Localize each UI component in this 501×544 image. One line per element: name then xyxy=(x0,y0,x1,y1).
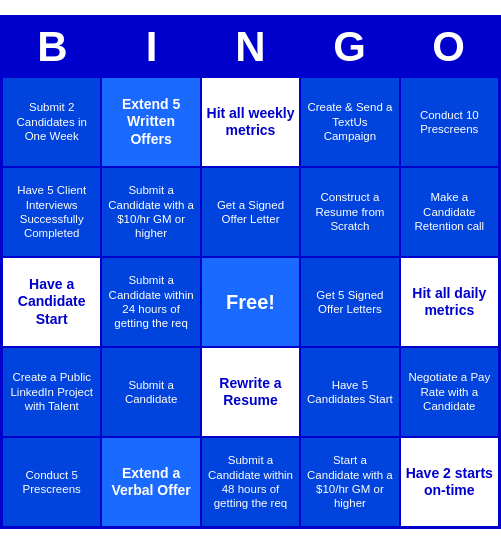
cell-text-19: Negotiate a Pay Rate with a Candidate xyxy=(405,370,494,413)
bingo-cell-2[interactable]: Hit all weekly metrics xyxy=(202,78,299,166)
cell-text-15: Create a Public LinkedIn Project with Ta… xyxy=(7,370,96,413)
bingo-cell-10[interactable]: Have a Candidate Start xyxy=(3,258,100,346)
cell-text-13: Get 5 Signed Offer Letters xyxy=(305,288,394,317)
cell-text-12: Free! xyxy=(226,290,275,315)
bingo-header: BINGO xyxy=(3,18,498,76)
bingo-cell-11[interactable]: Submit a Candidate within 24 hours of ge… xyxy=(102,258,199,346)
cell-text-23: Start a Candidate with a $10/hr GM or hi… xyxy=(305,453,394,511)
cell-text-7: Get a Signed Offer Letter xyxy=(206,198,295,227)
cell-text-21: Extend a Verbal Offer xyxy=(106,465,195,500)
cell-text-22: Submit a Candidate within 48 hours of ge… xyxy=(206,453,295,511)
bingo-cell-3[interactable]: Create & Send a TextUs Campaign xyxy=(301,78,398,166)
bingo-cell-4[interactable]: Conduct 10 Prescreens xyxy=(401,78,498,166)
header-letter-b: B xyxy=(3,18,102,76)
cell-text-11: Submit a Candidate within 24 hours of ge… xyxy=(106,273,195,331)
cell-text-2: Hit all weekly metrics xyxy=(206,105,295,140)
cell-text-0: Submit 2 Candidates in One Week xyxy=(7,100,96,143)
bingo-cell-14[interactable]: Hit all daily metrics xyxy=(401,258,498,346)
header-letter-i: I xyxy=(102,18,201,76)
bingo-cell-7[interactable]: Get a Signed Offer Letter xyxy=(202,168,299,256)
bingo-cell-13[interactable]: Get 5 Signed Offer Letters xyxy=(301,258,398,346)
cell-text-18: Have 5 Candidates Start xyxy=(305,378,394,407)
bingo-cell-6[interactable]: Submit a Candidate with a $10/hr GM or h… xyxy=(102,168,199,256)
cell-text-24: Have 2 starts on-time xyxy=(405,465,494,500)
bingo-cell-1[interactable]: Extend 5 Written Offers xyxy=(102,78,199,166)
bingo-grid: Submit 2 Candidates in One WeekExtend 5 … xyxy=(3,76,498,526)
cell-text-9: Make a Candidate Retention call xyxy=(405,190,494,233)
bingo-cell-15[interactable]: Create a Public LinkedIn Project with Ta… xyxy=(3,348,100,436)
cell-text-16: Submit a Candidate xyxy=(106,378,195,407)
bingo-cell-21[interactable]: Extend a Verbal Offer xyxy=(102,438,199,526)
cell-text-10: Have a Candidate Start xyxy=(7,276,96,329)
cell-text-8: Construct a Resume from Scratch xyxy=(305,190,394,233)
bingo-cell-22[interactable]: Submit a Candidate within 48 hours of ge… xyxy=(202,438,299,526)
cell-text-4: Conduct 10 Prescreens xyxy=(405,108,494,137)
cell-text-14: Hit all daily metrics xyxy=(405,285,494,320)
bingo-cell-9[interactable]: Make a Candidate Retention call xyxy=(401,168,498,256)
bingo-card: BINGO Submit 2 Candidates in One WeekExt… xyxy=(0,15,501,529)
cell-text-3: Create & Send a TextUs Campaign xyxy=(305,100,394,143)
cell-text-17: Rewrite a Resume xyxy=(206,375,295,410)
bingo-cell-8[interactable]: Construct a Resume from Scratch xyxy=(301,168,398,256)
bingo-cell-12[interactable]: Free! xyxy=(202,258,299,346)
bingo-cell-23[interactable]: Start a Candidate with a $10/hr GM or hi… xyxy=(301,438,398,526)
header-letter-g: G xyxy=(300,18,399,76)
bingo-cell-18[interactable]: Have 5 Candidates Start xyxy=(301,348,398,436)
bingo-cell-16[interactable]: Submit a Candidate xyxy=(102,348,199,436)
bingo-cell-20[interactable]: Conduct 5 Prescreens xyxy=(3,438,100,526)
cell-text-6: Submit a Candidate with a $10/hr GM or h… xyxy=(106,183,195,241)
cell-text-1: Extend 5 Written Offers xyxy=(106,96,195,149)
bingo-cell-0[interactable]: Submit 2 Candidates in One Week xyxy=(3,78,100,166)
header-letter-o: O xyxy=(399,18,498,76)
header-letter-n: N xyxy=(201,18,300,76)
cell-text-20: Conduct 5 Prescreens xyxy=(7,468,96,497)
bingo-cell-5[interactable]: Have 5 Client Interviews Successfully Co… xyxy=(3,168,100,256)
bingo-cell-24[interactable]: Have 2 starts on-time xyxy=(401,438,498,526)
bingo-cell-19[interactable]: Negotiate a Pay Rate with a Candidate xyxy=(401,348,498,436)
cell-text-5: Have 5 Client Interviews Successfully Co… xyxy=(7,183,96,241)
bingo-cell-17[interactable]: Rewrite a Resume xyxy=(202,348,299,436)
